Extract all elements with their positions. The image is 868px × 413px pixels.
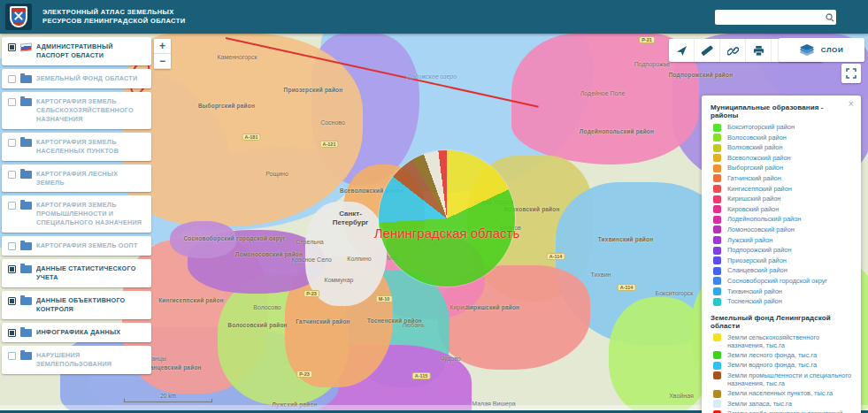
sidebar-item[interactable]: КАРТОГРАФИЯ ЗЕМЕЛЬ СЕЛЬСКОХОЗЯЙСТВЕННОГО… (2, 92, 151, 129)
map-label: Киришский район (466, 304, 520, 310)
legend-item-label: Земли водного фонда, тыс.га (727, 361, 817, 369)
link-icon (727, 45, 739, 57)
folder-icon (20, 297, 32, 305)
map-label: Подпорожский район (669, 72, 734, 78)
sidebar-item[interactable]: НАРУШЕНИЯ ЗЕМЛЕПОЛЬЗОВАНИЯ (2, 346, 151, 374)
sidebar-item-label: ЗЕМЕЛЬНЫЙ ФОНД ОБЛАСТИ (36, 74, 137, 83)
sidebar-item-label: КАРТОГРАФИЯ ЗЕМЕЛЬ СЕЛЬСКОХОЗЯЙСТВЕННОГО… (36, 97, 145, 124)
legend-item: Приозерский район (711, 256, 852, 265)
sidebar-item[interactable]: АДМИНИСТРАТИВНЫЙ ПАСПОРТ ОБЛАСТИ (2, 37, 151, 65)
search-box (715, 10, 836, 25)
map-label: Любань (402, 322, 424, 328)
legend-swatch (713, 351, 721, 359)
legend-item: Земли сельскохозяйственного назначения, … (711, 333, 852, 349)
legend-item-label: Сланцевский район (727, 266, 787, 274)
map-label: Лодейное Поле (580, 90, 626, 96)
search-icon[interactable] (824, 13, 836, 22)
legend-item-label: Выборгский район (727, 164, 783, 172)
legend-swatch (713, 134, 721, 141)
folder-icon (20, 202, 32, 210)
print-button[interactable] (746, 39, 772, 62)
sidebar-item-label: ДАННЫЕ СТАТИСТИЧЕСКОГО УЧЕТА (36, 264, 145, 282)
map-label: А-181 (242, 134, 261, 141)
search-input[interactable] (715, 13, 824, 21)
legend-item-label: Лужский район (727, 236, 772, 244)
logo-leningrad-oblast-icon (5, 4, 32, 30)
layer-checkbox[interactable] (8, 352, 16, 360)
pie-chart-title: Ленинградская область (374, 226, 520, 241)
locate-icon (676, 45, 687, 57)
app-title-line2: РЕСУРСОВ ЛЕНИНГРАДСКОЙ ОБЛАСТИ (42, 17, 186, 27)
sidebar-item[interactable]: КАРТОГРАФИЯ ЗЕМЕЛЬ ПРОМЫШЛЕННОСТИ И СПЕЦ… (2, 195, 151, 233)
folder-icon (20, 43, 32, 52)
map-label: Волосово (253, 304, 280, 310)
map-label: Ладожское озеро (407, 73, 457, 80)
legend-item: Тосненский район (711, 297, 852, 306)
legend-item: Земли водного фонда, тыс.га (711, 361, 852, 370)
legend-item: Киришский район (711, 195, 852, 203)
layer-checkbox[interactable] (8, 265, 16, 273)
legend-item-label: Всеволожский район (727, 154, 791, 162)
link-button[interactable] (720, 39, 746, 62)
sidebar-item-label: ДАННЫЕ ОБЪЕКТИВНОГО КОНТРОЛЯ (36, 296, 145, 314)
close-icon[interactable]: × (849, 98, 854, 109)
legend-item-label: Волосовский район (727, 134, 787, 141)
legend-swatch (713, 216, 721, 224)
legend-item-label: Земли особо охраняемых территорий, тыс.г… (727, 409, 852, 413)
layer-checkbox[interactable] (8, 242, 16, 250)
layer-checkbox[interactable] (8, 202, 16, 210)
layer-checkbox[interactable] (8, 98, 16, 106)
zoom-in-button[interactable]: + (154, 39, 171, 54)
sidebar-item[interactable]: ДАННЫЕ СТАТИСТИЧЕСКОГО УЧЕТА (2, 259, 151, 287)
fullscreen-button[interactable] (841, 64, 861, 83)
layers-button[interactable]: СЛОИ (779, 38, 864, 62)
sidebar-item[interactable]: ИНФОГРАФИКА ДАННЫХ (2, 323, 151, 342)
legend-item-label: Гатчинский район (727, 174, 781, 182)
legend-item-label: Земли запаса, тыс.га (727, 400, 792, 408)
legend-swatch (713, 371, 721, 379)
legend-item-label: Лодейнопольский район (727, 215, 801, 223)
legend-item: Сосновоборский городской округ (711, 277, 852, 286)
folder-icon (20, 171, 32, 179)
map-label: Сосново (320, 119, 345, 126)
legend-item: Кировский район (711, 205, 852, 214)
map-label: Санкт-Петербург (326, 210, 375, 226)
legend-swatch (713, 205, 721, 213)
legend-item-label: Бокситогорский район (727, 123, 795, 131)
sidebar-item[interactable]: КАРТОГРАФИЯ ЗЕМЕЛЬ НАСЕЛЕННЫХ ПУНКТОВ (2, 133, 151, 161)
legend-swatch (713, 333, 721, 341)
legend-item: Подпорожский район (711, 246, 852, 255)
sidebar-item[interactable]: ЗЕМЕЛЬНЫЙ ФОНД ОБЛАСТИ (2, 69, 151, 88)
layer-checkbox[interactable] (8, 43, 16, 51)
legend-item-label: Кингисеппский район (727, 185, 792, 193)
sidebar-item-label: КАРТОГРАФИЯ ЛЕСНЫХ ЗЕМЕЛЬ (36, 170, 145, 187)
legend-item: Земли запаса, тыс.га (711, 400, 852, 409)
map-label: Рощино (265, 171, 288, 177)
locate-button[interactable] (669, 39, 695, 62)
legend-item-label: Киришский район (727, 195, 780, 203)
measure-button[interactable] (695, 39, 720, 62)
pie-chart[interactable] (379, 150, 515, 287)
layer-checkbox[interactable] (8, 329, 16, 337)
sidebar-item[interactable]: КАРТОГРАФИЯ ЛЕСНЫХ ЗЕМЕЛЬ (2, 164, 151, 193)
legend-districts-list: Бокситогорский район Волосовский район В… (711, 123, 852, 306)
map-label: Волосовский район (227, 322, 287, 328)
legend-item: Волосовский район (711, 134, 852, 142)
map-label: Тихвинский район (598, 236, 654, 242)
layer-checkbox[interactable] (8, 171, 16, 179)
scale-rule (124, 399, 212, 402)
legend-swatch (713, 195, 721, 203)
legend-item-label: Приозерский район (727, 256, 787, 264)
folder-icon (20, 329, 32, 337)
zoom-out-button[interactable]: − (154, 54, 171, 69)
sidebar-item-label: КАРТОГРАФИЯ ЗЕМЕЛЬ НАСЕЛЕННЫХ ПУНКТОВ (36, 138, 145, 156)
legend-swatch (713, 267, 721, 275)
sidebar-item[interactable]: ДАННЫЕ ОБЪЕКТИВНОГО КОНТРОЛЯ (2, 291, 151, 319)
layer-checkbox[interactable] (8, 139, 16, 147)
sidebar-item[interactable]: КАРТОГРАФИЯ ЗЕМЕЛЬ ООПТ (2, 236, 151, 256)
legend-item: Земли промышленности и специального назн… (711, 371, 852, 387)
sidebar-item-label: КАРТОГРАФИЯ ЗЕМЕЛЬ ООПТ (36, 241, 138, 250)
legend-swatch (713, 226, 721, 233)
layer-checkbox[interactable] (8, 75, 16, 83)
layer-checkbox[interactable] (8, 297, 16, 305)
